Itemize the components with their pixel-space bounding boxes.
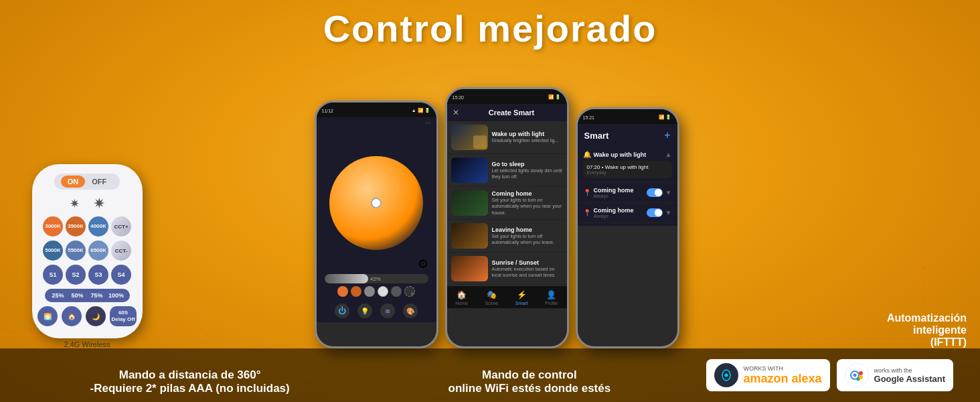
scene-sunrise-info: Sunrise / Sunset Automatic execution bas… [492,259,563,278]
pct-75[interactable]: 75% [89,292,105,299]
alexa-text: WORKS WITH amazon alexa [744,365,822,386]
scene-4[interactable]: S4 [111,265,131,285]
phone-2-status: 15:20 📶 🔋 [447,89,567,104]
brightness-row: ✷ ✷ [70,195,105,212]
scene-row: S1 S2 S3 S4 [43,265,131,285]
smart-list: 🔔 Wake up with light ▲ 07:20 • Wake up w… [578,144,677,226]
add-icon[interactable]: + [664,129,670,141]
svg-point-20 [853,374,856,377]
phone-2-wrapper: 15:20 📶 🔋 ✕ Create Smart Wa [445,87,569,348]
title-bar: Control mejorado [0,0,980,54]
toggle-coming-home[interactable] [647,188,663,197]
cct-plus[interactable]: CCT+ [111,216,131,237]
color-3500k[interactable]: 3500K [66,216,86,237]
scene-leave[interactable]: Leaving home Set your lights to turn off… [447,220,567,253]
scene-wake-info: Wake up with light Gradually brighten se… [492,131,563,143]
scene-home[interactable]: Coming home Set your lights to turn on a… [447,187,567,220]
bell-icon: 🔔 [583,151,591,158]
nav-profile[interactable]: 👤 Profile [545,290,558,306]
cct-minus[interactable]: CCT- [111,241,131,261]
phone-2-header: ✕ Create Smart [447,104,567,121]
percent-row: 25% 50% 75% 100% [45,289,130,302]
color-6500k[interactable]: 6500K [88,241,108,261]
smart-item-coming-header-2: 📍 Coming home Always ▼ [583,207,672,218]
nav-scene[interactable]: 🎭 Scene [485,290,498,306]
scene-wake-thumb [451,125,488,150]
scene-leave-thumb [451,223,488,249]
smart-item-coming-header: 📍 Coming home Always ▼ [583,187,672,198]
scene-1[interactable]: S1 [43,265,63,285]
scene-wake[interactable]: Wake up with light Gradually brighten se… [447,121,567,154]
on-button[interactable]: ON [61,176,86,188]
back-icon[interactable]: ✕ [453,108,459,117]
collapse-icon-2[interactable]: ▼ [665,209,672,216]
wave-icon[interactable]: ≋ [380,304,395,318]
nav-smart[interactable]: ⚡ Smart [515,290,528,306]
pct-25[interactable]: 25% [50,292,66,299]
brightness-bar[interactable]: 42% [325,274,428,283]
scene-nav-icon: 🎭 [487,290,497,299]
preset-white[interactable] [378,286,388,297]
bottom-text-2: Mando de control online WiFi estés donde… [366,355,692,395]
main-area: ON OFF ✷ ✷ 3000K 3500K 4000K CCT+ [0,54,980,348]
pct-100[interactable]: 100% [108,292,125,299]
wake-detail: 07:20 • Wake up with light Everyday [583,161,672,178]
preset-warm[interactable] [337,286,348,297]
action-row: 🌅 🏠 🌙 60SDelay Off [37,306,137,326]
moon-btn[interactable]: 🌙 [86,306,106,326]
bulb-icon[interactable]: 💡 [357,304,372,318]
power-icon[interactable]: ⏻ [335,304,349,318]
scene-list: Wake up with light Gradually brighten se… [447,121,567,285]
google-badge: works with the Google Assistant [837,359,953,391]
phone-3-wrapper: 15:21 📶 🔋 Smart + 🔔 Wak [576,107,679,348]
page-title: Control mejorado [0,7,980,50]
alexa-icon [714,363,738,387]
phone-3-title: Smart [584,131,609,141]
scene-sunrise-thumb [451,256,488,281]
sunrise-btn[interactable]: 🌅 [37,306,58,326]
color-5000k[interactable]: 5000K [43,241,63,261]
phone-1: 11/12 ▲ 📶 🔋 ⋯ ⚙ [315,100,438,348]
scene-3[interactable]: S3 [88,265,108,285]
home-btn[interactable]: 🏠 [62,306,82,326]
nav-home[interactable]: 🏠 Home [455,290,468,306]
color-5500k[interactable]: 5500K [66,241,86,261]
scene-sunrise[interactable]: Sunrise / Sunset Automatic execution bas… [447,253,567,285]
collapse-icon[interactable]: ▼ [665,189,672,196]
preset-orange[interactable] [351,286,361,297]
location-icon-2: 📍 [583,209,591,216]
phone-3: 15:21 📶 🔋 Smart + 🔔 Wak [576,107,679,348]
preset-dark[interactable] [391,286,402,297]
smart-item-wake[interactable]: 🔔 Wake up with light ▲ 07:20 • Wake up w… [578,147,677,183]
preset-neutral[interactable] [364,286,375,297]
scene-icon[interactable]: 🎨 [403,304,418,318]
delay-btn[interactable]: 60SDelay Off [110,306,137,326]
off-button[interactable]: OFF [85,176,113,188]
svg-point-21 [859,371,863,375]
bottom-bar: Mando a distancia de 360° -Requiere 2* p… [0,348,980,402]
color-4000k[interactable]: 4000K [88,216,108,237]
bottom-text-1: Mando a distancia de 360° -Requiere 2* p… [27,355,353,395]
phone-2: 15:20 📶 🔋 ✕ Create Smart Wa [445,87,569,348]
phone-3-status: 15:21 📶 🔋 [578,109,677,124]
scene-home-info: Coming home Set your lights to turn on a… [492,190,563,215]
ifttt-label: Automatización inteligente (IFTTT) [833,312,967,348]
remote-control: ON OFF ✷ ✷ 3000K 3500K 4000K CCT+ [32,164,143,338]
phone-2-nav: 🏠 Home 🎭 Scene ⚡ Smart 👤 [447,285,567,308]
phone-3-header: Smart + [578,124,677,144]
scene-leave-info: Leaving home Set your lights to turn off… [492,226,563,245]
smart-item-coming-home-2[interactable]: 📍 Coming home Always ▼ [578,203,677,223]
pct-50[interactable]: 50% [70,292,86,299]
scene-2[interactable]: S2 [66,265,86,285]
profile-nav-icon: 👤 [546,290,556,299]
toggle-coming-home-2[interactable] [647,208,663,217]
svg-point-23 [856,378,860,381]
remote-section: ON OFF ✷ ✷ 3000K 3500K 4000K CCT+ [13,164,161,348]
phones-section: 11/12 ▲ 📶 🔋 ⋯ ⚙ [161,87,833,348]
smart-item-coming-home[interactable]: 📍 Coming home Always ▼ [578,183,677,203]
preset-add[interactable]: + [404,286,415,297]
color-picker-circle[interactable] [329,156,423,250]
expand-icon[interactable]: ▲ [665,151,672,158]
scene-sleep[interactable]: Go to sleep Let selected lights slowly d… [447,154,567,187]
color-3000k[interactable]: 3000K [43,216,63,237]
